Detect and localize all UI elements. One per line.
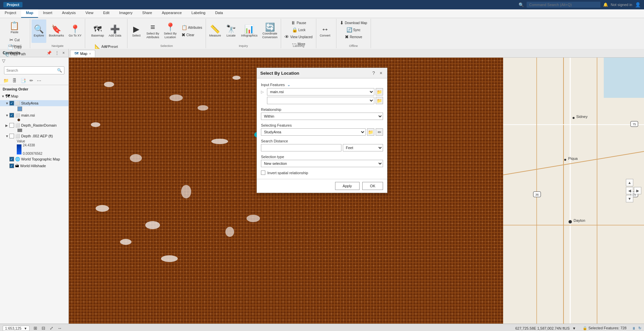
selecting-features-edit-btn[interactable]: ✏ [376, 128, 383, 136]
tab-map[interactable]: Map [21, 9, 38, 18]
apply-button[interactable]: Apply [335, 182, 360, 190]
input-features-browse-btn1[interactable]: 📁 [376, 88, 383, 95]
clear-button[interactable]: ✖ Clear [179, 31, 204, 38]
tab-project[interactable]: Project [0, 9, 21, 18]
zoom-in-btn[interactable]: ⊟ [40, 325, 47, 331]
locate-button[interactable]: 🔭 Locate [224, 19, 238, 43]
refresh-btn[interactable]: ↻ [638, 326, 641, 330]
collapse-indicator[interactable]: ⌄ [287, 82, 290, 87]
infographics-button[interactable]: 📊 Infographics [239, 19, 260, 43]
command-search-input[interactable] [527, 2, 600, 8]
selecting-features-select[interactable]: StudyArea [261, 128, 366, 136]
search-input[interactable] [6, 68, 56, 72]
tab-imagery[interactable]: Imagery [114, 9, 138, 18]
input-features-browse-btn2[interactable]: 📁 [376, 97, 383, 104]
map-tab-close-btn[interactable]: × [89, 52, 91, 56]
input-features-select1[interactable]: main.nsi [267, 88, 374, 95]
tree-row-world-topo[interactable]: ▶ ✓ 🌐 World Topographic Map [0, 156, 68, 162]
tree-row-depth-aep[interactable]: ▼ ⬜ Depth .002 AEP (ft) [0, 133, 68, 139]
panel-close-btn[interactable]: × [61, 50, 66, 56]
tree-row-map[interactable]: ▼ 🗺 Map [0, 93, 68, 100]
expand-depthaep-icon[interactable]: ▼ [5, 134, 9, 138]
select-by-location-button[interactable]: 📍 Select ByLocation [162, 19, 179, 43]
add-data-button[interactable]: ➕ Add Data [107, 19, 123, 43]
input-features-select2[interactable] [267, 97, 374, 104]
nav-down-btn[interactable]: ▼ [626, 195, 633, 202]
coordinate-conversion-button[interactable]: 🔄 CoordinateConversion [260, 19, 280, 43]
sync-button[interactable]: 🔄 Sync [344, 26, 363, 33]
pause-btn[interactable]: ⏸ [632, 326, 636, 330]
tree-row-depth-raster[interactable]: ▶ ⬜ Depth_RasterDomain [0, 122, 68, 128]
dialog-close-btn[interactable]: × [378, 70, 384, 76]
paste-button[interactable]: 📋 Paste [7, 19, 21, 36]
go-to-xy-button[interactable]: 📍 Go To XY [67, 19, 84, 43]
worldtopo-checkbox[interactable]: ✓ [9, 157, 14, 161]
zoom-to-layer-btn[interactable]: ⊞ [32, 325, 39, 331]
cut-button[interactable]: ✂ Cut [7, 37, 22, 43]
pause-button[interactable]: ⏸ Pause [289, 19, 308, 26]
project-tab[interactable]: Project [3, 2, 22, 7]
map-navigation: ▲ ◀ ▶ ▼ [626, 179, 641, 202]
depthaep-checkbox[interactable] [9, 134, 14, 138]
relationship-select[interactable]: Within [261, 113, 383, 120]
convert-button[interactable]: ↔ Convert [318, 19, 332, 43]
nav-left-btn[interactable]: ◀ [626, 187, 633, 194]
tree-row-studyarea[interactable]: ▼ ✓ ⬜ StudyArea [0, 100, 68, 106]
tab-analysis[interactable]: Analysis [57, 9, 81, 18]
tab-edit[interactable]: Edit [98, 9, 114, 18]
expand-mainnsi-icon[interactable]: ▼ [5, 114, 9, 117]
more-options-btn[interactable]: ⋯ [36, 77, 43, 84]
lock-button[interactable]: 🔒 Lock [290, 26, 308, 33]
tab-share[interactable]: Share [138, 9, 157, 18]
depthraster-layer-icon: ⬜ [15, 123, 20, 128]
expand-studyarea-icon[interactable]: ▼ [5, 102, 9, 105]
expand-map-icon[interactable]: ▼ [1, 94, 5, 98]
nav-up-btn[interactable]: ▲ [626, 179, 633, 186]
list-view-btn[interactable]: 📁 [2, 77, 10, 84]
attributes-button[interactable]: 📋 Attributes [179, 24, 204, 31]
filter-layers-btn[interactable]: 📑 [19, 77, 27, 84]
tab-appearance[interactable]: Appearance [157, 9, 186, 18]
bookmarks-button[interactable]: 🔖 Bookmarks [47, 19, 66, 43]
tab-labeling[interactable]: Labeling [187, 9, 211, 18]
remove-button[interactable]: ✖ Remove [343, 34, 364, 40]
select-button[interactable]: ▶ Select [129, 19, 144, 43]
table-view-btn[interactable]: 🗄 [11, 77, 18, 84]
map-tab[interactable]: 🗺 Map × [70, 50, 95, 57]
panel-pin-btn[interactable]: 📌 [46, 50, 53, 56]
tree-row-mainnsi[interactable]: ▼ ✓ ⬜ main.nsi [0, 112, 68, 118]
expand-depthraster-icon[interactable]: ▶ [5, 124, 9, 127]
right-map[interactable]: 75 25 36 Sidney Piqua [503, 58, 644, 324]
search-distance-unit-select[interactable]: Feet [343, 144, 383, 151]
select-by-attributes-button[interactable]: ≡ Select ByAttributes [144, 19, 161, 43]
measure-button[interactable]: 📏 Measure [207, 19, 223, 43]
full-extent-btn[interactable]: ⤢ [48, 325, 55, 331]
explore-button[interactable]: 🔍 Explore [32, 19, 46, 43]
hillshade-checkbox[interactable]: ✓ [9, 163, 14, 168]
search-distance-input[interactable] [261, 144, 341, 151]
studyarea-checkbox[interactable]: ✓ [9, 101, 14, 106]
coordinates-dropdown[interactable]: ▼ [572, 326, 576, 330]
sync-extent-btn[interactable]: ↔ [56, 325, 63, 331]
input-features-section: Input Features ⌄ ▷ main.nsi 📁 [261, 82, 383, 104]
mainnsi-checkbox[interactable]: ✓ [9, 113, 14, 118]
panel-menu-btn[interactable]: ⋮ [54, 50, 60, 56]
selecting-features-browse-btn[interactable]: 📁 [367, 128, 374, 136]
view-unplaced-button[interactable]: 👁 View Unplaced [282, 34, 315, 40]
tab-view[interactable]: View [81, 9, 99, 18]
invert-checkbox[interactable] [261, 171, 265, 175]
edit-layers-btn[interactable]: ✏ [28, 77, 35, 84]
selection-type-select[interactable]: New selection [261, 160, 383, 167]
basemap-button[interactable]: 🗺 Basemap [89, 19, 106, 43]
ok-button[interactable]: OK [362, 182, 383, 190]
tab-insert[interactable]: Insert [38, 9, 57, 18]
tab-data[interactable]: Data [210, 9, 228, 18]
left-map[interactable]: Select By Location ? × Input Features ⌄ [69, 58, 503, 324]
download-map-button[interactable]: ⬇ Download Map [338, 19, 369, 26]
tree-row-world-hillshade[interactable]: ▶ ✓ 🏔 World Hillshade [0, 163, 68, 169]
copy-path-button[interactable]: 📎 Copy Path [1, 51, 28, 57]
depthraster-checkbox[interactable] [9, 123, 14, 128]
scale-dropdown[interactable]: ▼ [24, 327, 27, 330]
nav-right-btn[interactable]: ▶ [634, 187, 641, 194]
dialog-help-btn[interactable]: ? [371, 70, 376, 76]
